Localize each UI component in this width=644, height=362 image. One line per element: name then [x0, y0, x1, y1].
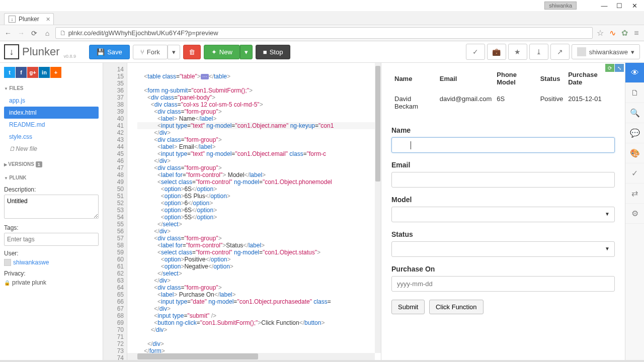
description-label: Description:: [4, 186, 99, 193]
user-avatar-icon: [577, 47, 586, 56]
name-input[interactable]: [391, 137, 615, 153]
app-toolbar: ↓ Plunker v0.8.9 💾 Save ⑂ Fork ▾ 🗑 ✦ New…: [0, 41, 644, 63]
privacy-value: 🔒private plunk: [4, 279, 99, 286]
window-close-icon[interactable]: ✕: [627, 1, 642, 10]
code-editor[interactable]: 1415353637383940414243444546474849505152…: [103, 63, 381, 360]
stop-button[interactable]: ■ Stop: [256, 45, 291, 59]
description-input[interactable]: [4, 195, 99, 219]
user-label: User:: [4, 250, 99, 257]
file-item-stylecss[interactable]: style.css: [4, 131, 99, 143]
preview-pane: ⟳ ⤡ Name Email Phone Model Status Purcha…: [381, 63, 625, 360]
back-icon[interactable]: ←: [3, 28, 13, 38]
click-function-button[interactable]: Click Function: [429, 300, 484, 314]
files-section-header[interactable]: FILES: [4, 84, 99, 93]
file-item-indexhtml[interactable]: index.html: [4, 107, 99, 119]
preview-controls: ⟳ ⤡: [605, 64, 624, 72]
user-value[interactable]: shiwankaswe: [4, 259, 99, 266]
versions-section-header[interactable]: VERSIONS 1: [4, 160, 99, 168]
editor-vertical-scrollbar[interactable]: [375, 63, 381, 353]
share-icon[interactable]: +: [50, 67, 61, 78]
plunker-logo-icon[interactable]: ↓: [4, 44, 19, 59]
fork-button[interactable]: ⑂ Fork: [133, 45, 168, 59]
download-icon[interactable]: ⤓: [529, 44, 548, 60]
briefcase-icon[interactable]: 💼: [487, 44, 506, 60]
browser-tab[interactable]: ↓ Plunker ✕: [4, 13, 54, 25]
palette-tab-icon[interactable]: 🎨: [625, 143, 644, 163]
th-status: Status: [538, 68, 566, 89]
model-select[interactable]: [391, 207, 615, 222]
editor-code-area[interactable]: <table class="table">⋯</table> <form ng-…: [127, 63, 381, 360]
file-item-readme[interactable]: README.md: [4, 119, 99, 131]
editor-horizontal-scrollbar[interactable]: [127, 353, 375, 360]
brand-name: Plunker: [22, 45, 60, 58]
window-minimize-icon[interactable]: —: [597, 1, 612, 10]
save-button[interactable]: 💾 Save: [89, 45, 130, 59]
new-dropdown-icon[interactable]: ▾: [240, 45, 253, 59]
open-external-icon[interactable]: ↗: [550, 44, 570, 60]
window-user-badge: shiwanka: [544, 2, 577, 10]
star-icon[interactable]: ☆: [596, 29, 605, 38]
table-row: David Beckam david@gmail.com 6S Positive…: [392, 90, 614, 115]
docs-tab-icon[interactable]: 🗋: [625, 83, 644, 103]
status-label: Status: [391, 230, 615, 238]
browser-url-bar: ← → ⟳ ⌂ 🗋 plnkr.co/edit/gWWhyhEjochbwUKu…: [0, 25, 644, 41]
brand-version: v0.8.9: [64, 54, 76, 59]
url-input[interactable]: 🗋 plnkr.co/edit/gWWhyhEjochbwUKu6Y4F?p=p…: [55, 27, 593, 39]
model-label: Model: [391, 196, 615, 204]
right-nav: 👁 🗋 🔍 💬 🎨 ✓ ⇄ ⚙: [625, 63, 644, 360]
mini-avatar-icon: [4, 259, 11, 266]
delete-button[interactable]: 🗑: [183, 45, 201, 59]
tab-close-icon[interactable]: ✕: [46, 16, 50, 23]
twitter-icon[interactable]: t: [4, 67, 15, 78]
status-bar: [0, 360, 644, 362]
new-file-button[interactable]: 🗋 New file: [4, 143, 99, 155]
submit-button[interactable]: Submit: [391, 300, 425, 314]
home-icon[interactable]: ⌂: [42, 28, 52, 38]
tags-input[interactable]: [4, 233, 99, 246]
plunk-section-header[interactable]: PLUNK: [4, 173, 99, 182]
purchase-date-input[interactable]: [391, 276, 615, 292]
chat-tab-icon[interactable]: 💬: [625, 123, 644, 143]
tab-title: Plunker: [19, 16, 39, 23]
facebook-icon[interactable]: f: [16, 67, 27, 78]
status-select[interactable]: [391, 241, 615, 257]
preview-refresh-icon[interactable]: ⟳: [605, 64, 614, 72]
search-tab-icon[interactable]: 🔍: [625, 103, 644, 123]
linkedin-icon[interactable]: in: [39, 67, 50, 78]
reload-icon[interactable]: ⟳: [29, 28, 39, 38]
window-titlebar: shiwanka — ☐ ✕: [0, 0, 644, 11]
menu-icon[interactable]: ≡: [632, 29, 641, 38]
googleplus-icon[interactable]: g+: [27, 67, 38, 78]
favorite-icon[interactable]: ★: [508, 44, 527, 60]
data-table: Name Email Phone Model Status Purchase D…: [391, 67, 615, 116]
th-model: Phone Model: [495, 68, 537, 89]
settings-gear-icon[interactable]: ✿: [620, 29, 629, 38]
email-label: Email: [391, 161, 615, 169]
check-tab-icon[interactable]: ✓: [625, 163, 644, 184]
user-menu[interactable]: shiwankaswe ▾: [572, 44, 640, 59]
compare-tab-icon[interactable]: ⇄: [625, 184, 644, 204]
preview-expand-icon[interactable]: ⤡: [615, 64, 624, 72]
name-label: Name: [391, 126, 615, 134]
browser-tab-bar: ↓ Plunker ✕: [0, 11, 644, 25]
tags-label: Tags:: [4, 224, 99, 231]
window-maximize-icon[interactable]: ☐: [612, 1, 627, 10]
chevron-down-icon: ▾: [631, 48, 634, 56]
new-button[interactable]: ✦ New: [204, 45, 240, 59]
fork-dropdown-icon[interactable]: ▾: [168, 45, 180, 59]
preview-tab-icon[interactable]: 👁: [625, 63, 644, 83]
th-name: Name: [392, 68, 437, 89]
sidebar: t f g+ in + FILES app.js index.html READ…: [0, 63, 103, 360]
th-email: Email: [438, 68, 494, 89]
check-icon[interactable]: ✓: [466, 44, 485, 60]
purchase-label: Purchase On: [391, 265, 615, 273]
lock-icon: 🔒: [4, 280, 10, 286]
email-input[interactable]: [391, 172, 615, 188]
plunker-favicon-icon: ↓: [9, 16, 16, 23]
rss-icon[interactable]: ∿: [608, 29, 617, 38]
editor-gutter: 1415353637383940414243444546474849505152…: [103, 63, 127, 360]
forward-icon[interactable]: →: [16, 28, 26, 38]
file-item-appjs[interactable]: app.js: [4, 95, 99, 107]
social-share-row: t f g+ in +: [4, 67, 99, 78]
settings-tab-icon[interactable]: ⚙: [625, 204, 644, 224]
